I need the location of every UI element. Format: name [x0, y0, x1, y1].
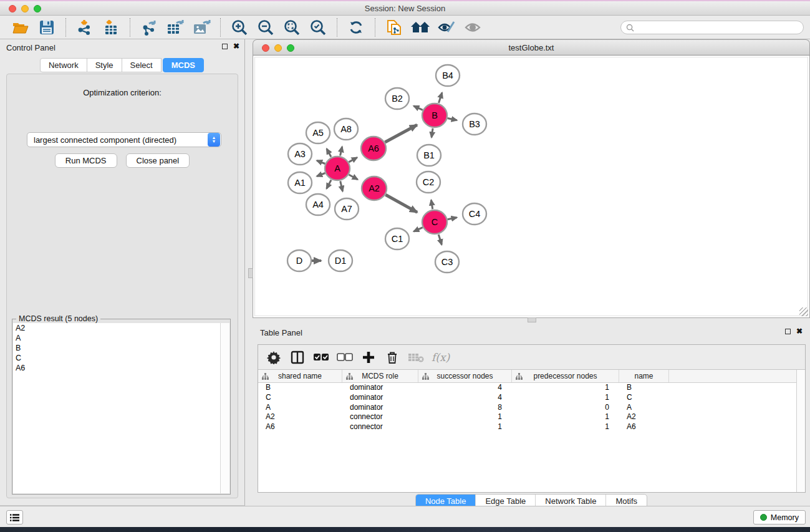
graph-edge-A6-B[interactable] [385, 125, 417, 142]
column-header-predecessor-nodes[interactable]: predecessor nodes [512, 370, 619, 382]
graph-edge-A-A3[interactable] [317, 160, 325, 163]
graph-node-D[interactable]: D [287, 250, 311, 271]
close-panel-button[interactable]: Close panel [126, 153, 190, 168]
import-network-icon[interactable] [74, 17, 95, 37]
graph-node-A6[interactable]: A6 [361, 137, 386, 160]
horizontal-splitter-handle[interactable] [528, 317, 536, 322]
column-header-MCDS-role[interactable]: MCDS role [342, 370, 418, 382]
close-panel-icon[interactable]: ✖ [233, 42, 239, 50]
graph-node-C2[interactable]: C2 [417, 172, 440, 193]
open-icon[interactable] [10, 17, 31, 37]
graph-node-A5[interactable]: A5 [306, 122, 330, 143]
graph-edge-A-A2[interactable] [349, 175, 357, 180]
graph-edge-B-B3[interactable] [448, 118, 457, 120]
graph-node-B2[interactable]: B2 [385, 88, 409, 109]
tab-style[interactable]: Style [87, 58, 122, 72]
graph-edge-B-B2[interactable] [413, 106, 422, 110]
save-icon[interactable] [36, 17, 57, 37]
import-table-icon[interactable] [100, 17, 122, 37]
graph-edge-B-B1[interactable] [432, 128, 433, 137]
zoom-selected-icon[interactable] [307, 17, 329, 37]
result-list-item[interactable]: A6 [13, 363, 229, 373]
graph-edge-C-C2[interactable] [431, 200, 432, 210]
network-canvas[interactable]: B4B2BB3A8A5A6A3B1AC2A1A2A4A7C4CC1DD1C3 [253, 56, 810, 318]
resize-grip-icon[interactable] [799, 307, 808, 316]
graph-node-A7[interactable]: A7 [335, 198, 359, 220]
graph-node-A[interactable]: A [325, 157, 350, 180]
graph-edge-A-A4[interactable] [327, 180, 331, 189]
tab-network[interactable]: Network [40, 58, 87, 72]
float-table-panel-icon[interactable] [785, 329, 791, 334]
graph-node-B4[interactable]: B4 [436, 65, 460, 86]
result-list-item[interactable]: A2 [13, 323, 229, 333]
search-field[interactable] [620, 21, 804, 34]
graph-node-B[interactable]: B [422, 104, 447, 127]
graph-edge-A-A1[interactable] [317, 173, 325, 177]
memory-button[interactable]: Memory [753, 510, 806, 525]
delete-table-icon[interactable] [408, 349, 424, 365]
mcds-result-list[interactable]: A2ABCA6 [13, 323, 229, 493]
graph-edge-A-A7[interactable] [340, 181, 343, 191]
table-row[interactable]: Cdominator41C [258, 393, 796, 403]
criterion-dropdown[interactable]: largest connected component (directed) ▲… [27, 132, 221, 147]
split-panel-icon[interactable] [289, 349, 306, 365]
result-list-item[interactable]: A [13, 333, 229, 343]
tab-select[interactable]: Select [122, 58, 162, 72]
graph-node-A2[interactable]: A2 [362, 177, 387, 200]
graph-node-B3[interactable]: B3 [463, 114, 486, 135]
graph-node-A1[interactable]: A1 [288, 172, 312, 193]
select-all-columns-icon[interactable] [313, 349, 329, 365]
result-list-scrollbar[interactable] [220, 323, 229, 493]
graph-node-A3[interactable]: A3 [288, 143, 312, 165]
graph-node-D1[interactable]: D1 [329, 250, 352, 271]
graph-edge-C-C3[interactable] [438, 235, 441, 244]
refresh-icon[interactable] [345, 17, 367, 37]
add-column-icon[interactable] [360, 349, 377, 365]
graph-edge-B-B4[interactable] [439, 93, 442, 103]
network-window-titlebar[interactable]: testGlobe.txt [253, 39, 810, 56]
search-input[interactable] [634, 22, 803, 33]
graph-node-C[interactable]: C [422, 210, 447, 234]
tab-mcds[interactable]: MCDS [163, 58, 204, 72]
table-row[interactable]: A6connector11A6 [258, 422, 796, 432]
result-list-item[interactable]: C [13, 353, 229, 363]
graph-edge-C-C1[interactable] [413, 228, 422, 231]
graph-edge-A-A6[interactable] [349, 157, 357, 162]
run-mcds-button[interactable]: Run MCDS [55, 153, 117, 168]
float-panel-icon[interactable] [222, 44, 228, 49]
deselect-all-columns-icon[interactable] [337, 349, 353, 365]
node-table[interactable]: shared nameMCDS rolesuccessor nodesprede… [258, 370, 796, 492]
zoom-out-icon[interactable] [255, 17, 276, 37]
column-header-name[interactable]: name [619, 370, 669, 382]
export-table-icon[interactable] [165, 17, 186, 37]
close-table-panel-icon[interactable]: ✖ [796, 327, 803, 335]
eye-icon[interactable] [462, 17, 483, 37]
delete-column-icon[interactable] [384, 349, 400, 365]
graph-node-A8[interactable]: A8 [334, 118, 358, 140]
graphics-details-icon[interactable] [436, 17, 457, 37]
zoom-in-icon[interactable] [229, 17, 250, 37]
table-row[interactable]: A2connector11A2 [258, 412, 796, 422]
zoom-fit-icon[interactable] [281, 17, 302, 37]
table-row[interactable]: Adominator80A [258, 403, 796, 413]
graph-edge-A2-C[interactable] [385, 195, 417, 212]
column-header-successor-nodes[interactable]: successor nodes [418, 370, 512, 382]
table-scrollbar[interactable] [796, 370, 805, 492]
table-row[interactable]: Bdominator41B [258, 383, 796, 393]
result-list-item[interactable]: B [13, 343, 229, 353]
settings-icon[interactable] [266, 349, 282, 365]
home-icon[interactable] [410, 17, 431, 37]
graph-node-C3[interactable]: C3 [435, 251, 459, 273]
graph-edge-C-C4[interactable] [448, 218, 457, 220]
graph-node-C1[interactable]: C1 [385, 228, 409, 249]
export-image-icon[interactable] [191, 17, 212, 37]
vertical-splitter-handle[interactable] [248, 268, 253, 278]
column-header-shared-name[interactable]: shared name [258, 370, 342, 382]
function-builder-icon[interactable]: f(x) [432, 349, 450, 365]
clone-network-icon[interactable] [383, 17, 405, 37]
graph-edge-A-A5[interactable] [327, 148, 331, 157]
graph-node-C4[interactable]: C4 [463, 203, 486, 225]
export-network-icon[interactable] [138, 17, 160, 37]
graph-node-B1[interactable]: B1 [417, 145, 441, 166]
graph-node-A4[interactable]: A4 [306, 194, 330, 215]
